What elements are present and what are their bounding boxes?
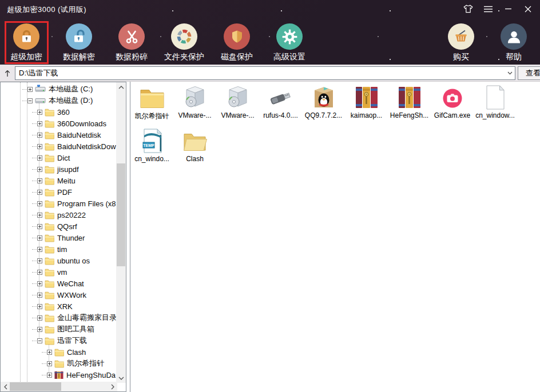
file-item[interactable]: kaimaop... — [345, 85, 388, 128]
tree-item-label: jisupdf — [57, 165, 79, 174]
menu-button[interactable] — [482, 3, 494, 16]
tree-item[interactable]: 凯尔希指针 — [1, 358, 126, 369]
tfolder-icon — [45, 222, 54, 231]
expand-toggle[interactable] — [37, 270, 42, 275]
expand-toggle[interactable] — [37, 327, 42, 332]
tree-item-label: Program Files (x8 — [57, 199, 116, 208]
tree-connector — [42, 363, 46, 364]
expand-toggle[interactable] — [37, 213, 42, 218]
horizontal-scroll-thumb[interactable] — [10, 382, 61, 391]
tree-item[interactable]: 本地磁盘 (C:) — [1, 83, 126, 95]
tree-item[interactable]: 迅雷下载 — [1, 335, 126, 346]
tree-item[interactable]: ps20222 — [1, 209, 126, 221]
skin-button[interactable] — [462, 3, 474, 16]
collapse-toggle[interactable] — [37, 338, 42, 343]
expand-toggle[interactable] — [37, 258, 42, 263]
expand-toggle[interactable] — [37, 315, 42, 321]
tfolder-icon — [45, 314, 54, 322]
tree-item[interactable]: PDF — [1, 186, 126, 198]
scroll-up-arrow[interactable] — [116, 82, 126, 92]
horizontal-scrollbar[interactable] — [1, 382, 117, 391]
expand-toggle[interactable] — [47, 361, 52, 366]
tree-item[interactable]: BaiduNetdiskDow — [1, 141, 126, 152]
expand-toggle[interactable] — [37, 167, 42, 172]
expand-toggle[interactable] — [37, 178, 42, 183]
vertical-scrollbar[interactable] — [116, 82, 126, 383]
tree-item[interactable]: 金山毒霸搬家目录 — [1, 312, 126, 323]
expand-toggle[interactable] — [37, 293, 42, 298]
tree-item-label: QQsrf — [57, 222, 77, 231]
tree-item[interactable]: 360Downloads — [1, 118, 126, 129]
scroll-right-arrow[interactable] — [108, 382, 117, 391]
expand-toggle[interactable] — [37, 155, 42, 161]
chevron-down-icon[interactable] — [505, 67, 515, 79]
tree-item[interactable]: Meitu — [1, 175, 126, 186]
expand-toggle[interactable] — [37, 201, 42, 206]
expand-toggle[interactable] — [37, 190, 42, 195]
toolbar-item-data-decrypt[interactable]: 数据解密 — [53, 19, 105, 65]
file-item[interactable]: VMware-... — [216, 85, 259, 128]
toolbar-item-buy[interactable]: 购买 — [435, 19, 487, 65]
expand-toggle[interactable] — [37, 247, 42, 252]
expand-toggle[interactable] — [37, 304, 42, 309]
tree-item[interactable]: HeFengShuDa — [1, 369, 126, 381]
tree-item[interactable]: Thunder — [1, 232, 126, 243]
expand-toggle[interactable] — [37, 235, 42, 241]
path-combobox[interactable]: D:\迅雷下载 — [15, 66, 515, 80]
close-button[interactable] — [522, 3, 534, 16]
file-item[interactable]: QQ9.7.7.2... — [302, 85, 345, 128]
vertical-scroll-thumb[interactable] — [117, 163, 125, 266]
minimize-button[interactable] — [502, 3, 514, 16]
tree-item[interactable]: XRK — [1, 301, 126, 312]
expand-toggle[interactable] — [37, 133, 42, 138]
folder-open-icon — [182, 128, 208, 153]
tree-connector — [42, 352, 46, 353]
tree-item[interactable]: WXWork — [1, 289, 126, 301]
tree-item[interactable]: Clash — [1, 346, 126, 358]
tree-item[interactable]: jisupdf — [1, 163, 126, 175]
tree-item[interactable]: BaiduNetdisk — [1, 129, 126, 141]
file-item[interactable]: TEMPcn_windo... — [130, 128, 173, 171]
toolbar-item-super-encrypt[interactable]: 超级加密 — [0, 19, 53, 65]
file-item[interactable]: rufus-4.0.... — [259, 85, 302, 128]
tree-item[interactable]: 图吧工具箱 — [1, 323, 126, 335]
expand-toggle[interactable] — [37, 281, 42, 286]
expand-toggle[interactable] — [37, 144, 42, 149]
tree-item[interactable]: QQsrf — [1, 221, 126, 232]
expand-toggle[interactable] — [37, 110, 42, 115]
file-item[interactable]: Clash — [173, 128, 216, 171]
tree-item-label: 360 — [57, 108, 70, 117]
tree-item[interactable]: 360 — [1, 106, 126, 118]
tree-item[interactable]: ubuntu os — [1, 255, 126, 266]
expand-toggle[interactable] — [37, 121, 42, 126]
toolbar-item-folder-protect[interactable]: 文件夹保护 — [158, 19, 211, 65]
expand-toggle[interactable] — [27, 87, 33, 92]
winrar-icon — [355, 85, 378, 110]
tree-item[interactable]: Program Files (x8 — [1, 198, 126, 209]
scroll-down-arrow[interactable] — [116, 373, 126, 383]
collapse-toggle[interactable] — [27, 98, 33, 103]
toolbar-item-data-shred[interactable]: 数据粉碎 — [105, 19, 158, 65]
file-item[interactable]: VMware-... — [173, 85, 216, 128]
tree-item[interactable]: tim — [1, 243, 126, 255]
view-button[interactable]: 查看 — [518, 66, 540, 80]
toolbar-item-help[interactable]: 帮助 — [487, 19, 540, 65]
tree-item[interactable]: 本地磁盘 (D:) — [1, 95, 126, 106]
toolbar-item-label: 数据解密 — [63, 52, 95, 62]
file-item[interactable]: cn_window... — [474, 85, 517, 128]
expand-toggle[interactable] — [37, 224, 42, 229]
tree-item[interactable]: Dict — [1, 152, 126, 163]
up-directory-button[interactable] — [1, 66, 14, 80]
file-item[interactable]: HeFengSh... — [388, 85, 431, 128]
expand-toggle[interactable] — [47, 373, 52, 378]
tree-item[interactable]: vm — [1, 266, 126, 278]
expand-toggle[interactable] — [47, 350, 52, 355]
tree-connector — [32, 203, 37, 204]
file-item[interactable]: 凯尔希指针 — [130, 85, 173, 128]
tree-item[interactable]: WeChat — [1, 278, 126, 289]
main-area: 本地磁盘 (C:)本地磁盘 (D:)360360DownloadsBaiduNe… — [0, 82, 540, 392]
file-item[interactable]: GifCam.exe — [431, 85, 474, 128]
scroll-left-arrow[interactable] — [1, 382, 10, 391]
toolbar-item-advanced-settings[interactable]: 高级设置 — [263, 19, 316, 65]
toolbar-item-disk-protect[interactable]: 磁盘保护 — [211, 19, 263, 65]
